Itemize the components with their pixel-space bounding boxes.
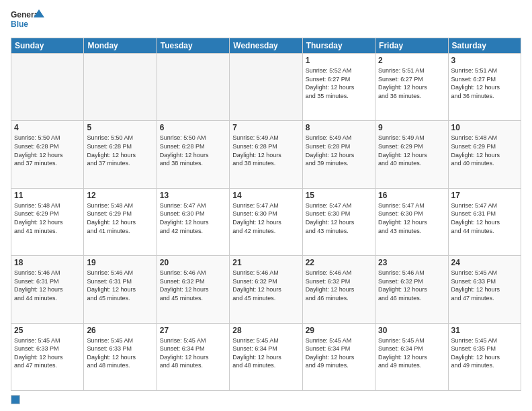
day-info: Sunrise: 5:45 AM Sunset: 6:35 PM Dayligh…: [451, 336, 518, 370]
day-number: 3: [451, 56, 518, 65]
day-number: 2: [378, 56, 445, 65]
calendar-cell: 27Sunrise: 5:45 AM Sunset: 6:34 PM Dayli…: [157, 323, 229, 390]
weekday-header-friday: Friday: [375, 38, 448, 54]
calendar-cell: 31Sunrise: 5:45 AM Sunset: 6:35 PM Dayli…: [448, 323, 521, 390]
day-number: 10: [451, 123, 518, 132]
day-number: 30: [378, 326, 445, 335]
legend-color-box: [11, 395, 20, 404]
day-number: 20: [160, 258, 226, 267]
calendar-cell: 6Sunrise: 5:50 AM Sunset: 6:28 PM Daylig…: [157, 121, 229, 188]
day-number: 19: [87, 258, 153, 267]
day-info: Sunrise: 5:45 AM Sunset: 6:33 PM Dayligh…: [451, 269, 518, 302]
day-info: Sunrise: 5:50 AM Sunset: 6:28 PM Dayligh…: [87, 134, 153, 167]
svg-text:Blue: Blue: [11, 19, 28, 29]
calendar-cell: 17Sunrise: 5:47 AM Sunset: 6:31 PM Dayli…: [448, 188, 521, 255]
calendar-cell: 11Sunrise: 5:48 AM Sunset: 6:29 PM Dayli…: [11, 188, 84, 255]
day-number: 21: [232, 258, 299, 267]
calendar-cell: 21Sunrise: 5:46 AM Sunset: 6:32 PM Dayli…: [230, 256, 302, 323]
day-info: Sunrise: 5:45 AM Sunset: 6:34 PM Dayligh…: [232, 336, 299, 370]
weekday-header-saturday: Saturday: [448, 38, 521, 54]
day-info: Sunrise: 5:47 AM Sunset: 6:30 PM Dayligh…: [160, 201, 226, 235]
calendar-cell: 5Sunrise: 5:50 AM Sunset: 6:28 PM Daylig…: [84, 121, 157, 188]
calendar-cell: 9Sunrise: 5:49 AM Sunset: 6:29 PM Daylig…: [375, 121, 448, 188]
calendar-cell: 2Sunrise: 5:51 AM Sunset: 6:27 PM Daylig…: [375, 54, 448, 121]
week-row-3: 11Sunrise: 5:48 AM Sunset: 6:29 PM Dayli…: [11, 188, 521, 255]
day-number: 1: [306, 56, 372, 65]
weekday-header-wednesday: Wednesday: [230, 38, 302, 54]
day-number: 6: [160, 123, 226, 132]
day-info: Sunrise: 5:46 AM Sunset: 6:32 PM Dayligh…: [160, 269, 226, 302]
day-number: 11: [14, 191, 81, 200]
day-number: 14: [232, 191, 299, 200]
day-number: 24: [451, 258, 518, 267]
footer: [11, 395, 521, 404]
day-info: Sunrise: 5:45 AM Sunset: 6:34 PM Dayligh…: [306, 336, 372, 370]
logo-svg: General Blue: [11, 8, 44, 32]
calendar-cell: 15Sunrise: 5:47 AM Sunset: 6:30 PM Dayli…: [302, 188, 375, 255]
day-number: 28: [232, 326, 299, 335]
day-info: Sunrise: 5:45 AM Sunset: 6:34 PM Dayligh…: [378, 336, 445, 370]
day-info: Sunrise: 5:48 AM Sunset: 6:29 PM Dayligh…: [87, 201, 153, 235]
day-number: 8: [306, 123, 372, 132]
day-number: 9: [378, 123, 445, 132]
page: General Blue SundayMondayTuesdayWednesda…: [0, 0, 532, 411]
calendar-cell: 18Sunrise: 5:46 AM Sunset: 6:31 PM Dayli…: [11, 256, 84, 323]
weekday-header-monday: Monday: [84, 38, 157, 54]
calendar-cell: 13Sunrise: 5:47 AM Sunset: 6:30 PM Dayli…: [157, 188, 229, 255]
day-number: 17: [451, 191, 518, 200]
day-info: Sunrise: 5:51 AM Sunset: 6:27 PM Dayligh…: [378, 66, 445, 100]
logo: General Blue: [11, 8, 44, 32]
day-number: 23: [378, 258, 445, 267]
weekday-header-tuesday: Tuesday: [157, 38, 229, 54]
header: General Blue: [11, 8, 521, 32]
calendar-cell: 19Sunrise: 5:46 AM Sunset: 6:31 PM Dayli…: [84, 256, 157, 323]
day-number: 22: [306, 258, 372, 267]
day-number: 13: [160, 191, 226, 200]
calendar-table: SundayMondayTuesdayWednesdayThursdayFrid…: [11, 38, 521, 391]
day-info: Sunrise: 5:50 AM Sunset: 6:28 PM Dayligh…: [160, 134, 226, 167]
day-info: Sunrise: 5:50 AM Sunset: 6:28 PM Dayligh…: [14, 134, 81, 167]
weekday-header-row: SundayMondayTuesdayWednesdayThursdayFrid…: [11, 38, 521, 54]
day-number: 4: [14, 123, 81, 132]
day-number: 25: [14, 326, 81, 335]
day-info: Sunrise: 5:46 AM Sunset: 6:32 PM Dayligh…: [306, 269, 372, 302]
day-number: 31: [451, 326, 518, 335]
day-number: 16: [378, 191, 445, 200]
day-number: 15: [306, 191, 372, 200]
calendar-cell: 24Sunrise: 5:45 AM Sunset: 6:33 PM Dayli…: [448, 256, 521, 323]
day-info: Sunrise: 5:47 AM Sunset: 6:31 PM Dayligh…: [451, 201, 518, 235]
calendar-cell: 26Sunrise: 5:45 AM Sunset: 6:33 PM Dayli…: [84, 323, 157, 390]
week-row-1: 1Sunrise: 5:52 AM Sunset: 6:27 PM Daylig…: [11, 54, 521, 121]
calendar-cell: 12Sunrise: 5:48 AM Sunset: 6:29 PM Dayli…: [84, 188, 157, 255]
day-number: 18: [14, 258, 81, 267]
day-info: Sunrise: 5:45 AM Sunset: 6:33 PM Dayligh…: [14, 336, 81, 370]
calendar-cell: 30Sunrise: 5:45 AM Sunset: 6:34 PM Dayli…: [375, 323, 448, 390]
day-info: Sunrise: 5:52 AM Sunset: 6:27 PM Dayligh…: [306, 66, 372, 100]
calendar-cell: 20Sunrise: 5:46 AM Sunset: 6:32 PM Dayli…: [157, 256, 229, 323]
day-info: Sunrise: 5:49 AM Sunset: 6:29 PM Dayligh…: [378, 134, 445, 167]
calendar-cell: 7Sunrise: 5:49 AM Sunset: 6:28 PM Daylig…: [230, 121, 302, 188]
day-info: Sunrise: 5:47 AM Sunset: 6:30 PM Dayligh…: [232, 201, 299, 235]
day-info: Sunrise: 5:45 AM Sunset: 6:34 PM Dayligh…: [160, 336, 226, 370]
calendar-cell: 16Sunrise: 5:47 AM Sunset: 6:30 PM Dayli…: [375, 188, 448, 255]
calendar-cell: [11, 54, 84, 121]
day-info: Sunrise: 5:51 AM Sunset: 6:27 PM Dayligh…: [451, 66, 518, 100]
calendar-cell: 3Sunrise: 5:51 AM Sunset: 6:27 PM Daylig…: [448, 54, 521, 121]
week-row-4: 18Sunrise: 5:46 AM Sunset: 6:31 PM Dayli…: [11, 256, 521, 323]
day-info: Sunrise: 5:47 AM Sunset: 6:30 PM Dayligh…: [306, 201, 372, 235]
day-number: 27: [160, 326, 226, 335]
calendar-cell: [84, 54, 157, 121]
day-info: Sunrise: 5:46 AM Sunset: 6:32 PM Dayligh…: [232, 269, 299, 302]
day-info: Sunrise: 5:46 AM Sunset: 6:31 PM Dayligh…: [14, 269, 81, 302]
day-number: 29: [306, 326, 372, 335]
day-info: Sunrise: 5:47 AM Sunset: 6:30 PM Dayligh…: [378, 201, 445, 235]
calendar-cell: 10Sunrise: 5:48 AM Sunset: 6:29 PM Dayli…: [448, 121, 521, 188]
weekday-header-sunday: Sunday: [11, 38, 84, 54]
day-number: 7: [232, 123, 299, 132]
calendar-cell: 1Sunrise: 5:52 AM Sunset: 6:27 PM Daylig…: [302, 54, 375, 121]
calendar-cell: 28Sunrise: 5:45 AM Sunset: 6:34 PM Dayli…: [230, 323, 302, 390]
day-number: 12: [87, 191, 153, 200]
calendar-cell: 25Sunrise: 5:45 AM Sunset: 6:33 PM Dayli…: [11, 323, 84, 390]
calendar-cell: 8Sunrise: 5:49 AM Sunset: 6:28 PM Daylig…: [302, 121, 375, 188]
day-info: Sunrise: 5:49 AM Sunset: 6:28 PM Dayligh…: [232, 134, 299, 167]
